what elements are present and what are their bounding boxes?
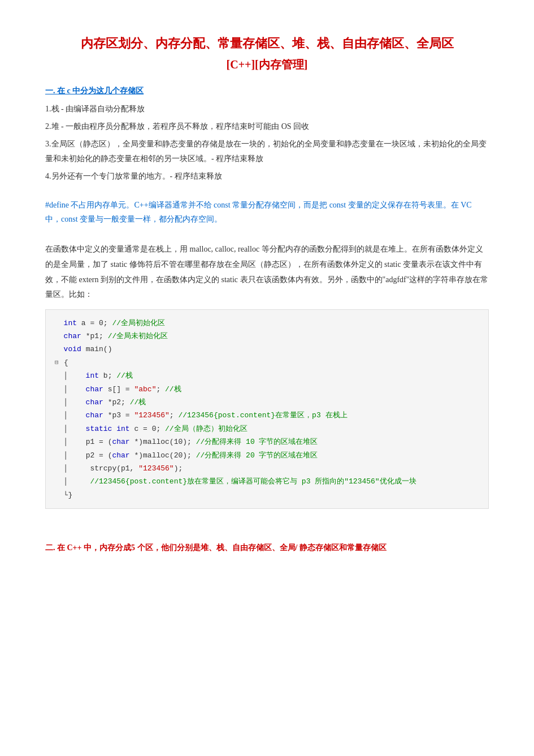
code-line-4: ⊟{: [55, 356, 479, 369]
code-line-1: int a = 0; //全局初始化区: [55, 317, 479, 330]
section1-heading: 一. 在 c 中分为这几个存储区: [45, 86, 489, 96]
code-line-10: │ p1 = (char *)malloc(10); //分配得来得 10 字节…: [55, 435, 479, 448]
section1-item-2: 2.堆 - 一般由程序员分配释放，若程序员不释放，程序结束时可能由 OS 回收: [45, 119, 489, 133]
section1-item-3: 3.全局区（静态区），全局变量和静态变量的存储是放在一块的，初始化的全局变量和静…: [45, 137, 489, 165]
note-blue: #define 不占用内存单元。C++编译器通常并不给 const 常量分配存储…: [45, 198, 489, 226]
code-line-2: char *p1; //全局未初始化区: [55, 330, 479, 343]
page-container: 内存区划分、内存分配、常量存储区、堆、栈、自由存储区、全局区 [C++][内存管…: [0, 0, 534, 593]
code-line-9: │ static int c = 0; //全局（静态）初始化区: [55, 422, 479, 435]
code-line-6: │ char s[] = "abc"; //栈: [55, 383, 479, 396]
code-line-3: void main(): [55, 343, 479, 356]
body-paragraph: 在函数体中定义的变量通常是在栈上，用 malloc, calloc, reall…: [45, 242, 489, 302]
sub-title: [C++][内存管理]: [45, 57, 489, 72]
section2-heading: 二. 在 C++ 中，内存分成5 个区，他们分别是堆、栈、自由存储区、全局/ 静…: [45, 543, 489, 553]
code-line-7: │ char *p2; //栈: [55, 396, 479, 409]
code-line-14: └}: [55, 489, 479, 502]
main-title: 内存区划分、内存分配、常量存储区、堆、栈、自由存储区、全局区: [45, 34, 489, 53]
code-line-13: │ //123456{post.content}放在常量区，编译器可能会将它与 …: [55, 475, 479, 488]
code-line-5: │ int b; //栈: [55, 369, 479, 382]
code-line-11: │ p2 = (char *)malloc(20); //分配得来得 20 字节…: [55, 449, 479, 462]
code-line-12: │ strcpy(p1, "123456");: [55, 462, 479, 475]
code-line-8: │ char *p3 = "123456"; //123456{post.con…: [55, 409, 479, 422]
section1-item-4: 4.另外还有一个专门放常量的地方。- 程序结束释放: [45, 169, 489, 183]
code-block: int a = 0; //全局初始化区 char *p1; //全局未初始化区 …: [45, 309, 489, 509]
section1-item-1: 1.栈 - 由编译器自动分配释放: [45, 102, 489, 116]
